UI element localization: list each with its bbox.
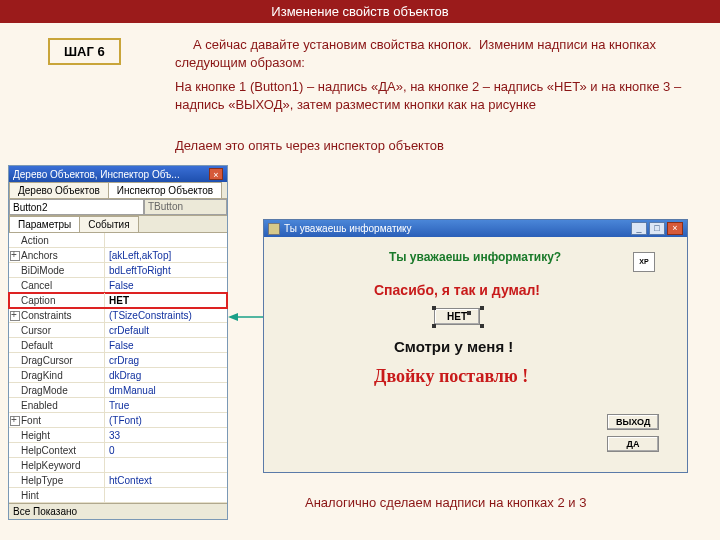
property-name: Constraints (9, 308, 105, 322)
form-title: Ты уважаешь информатику (284, 223, 412, 234)
tab-object-tree[interactable]: Дерево Объектов (9, 182, 109, 198)
close-icon[interactable]: × (209, 168, 223, 180)
label-question[interactable]: Ты уважаешь информатику? (389, 250, 561, 264)
form-preview-window: Ты уважаешь информатику _ □ × Ты уважаеш… (263, 219, 688, 473)
property-value[interactable] (105, 458, 227, 472)
maximize-icon[interactable]: □ (649, 222, 665, 235)
property-name: DragCursor (9, 353, 105, 367)
property-row[interactable]: HelpKeyword (9, 458, 227, 473)
label-thanks[interactable]: Спасибо, я так и думал! (374, 282, 540, 298)
property-row[interactable]: DefaultFalse (9, 338, 227, 353)
property-row[interactable]: Action (9, 233, 227, 248)
property-value[interactable]: crDefault (105, 323, 227, 337)
property-row[interactable]: Hint (9, 488, 227, 503)
property-name: HelpContext (9, 443, 105, 457)
property-value[interactable]: htContext (105, 473, 227, 487)
property-name: Cancel (9, 278, 105, 292)
button-exit[interactable]: ВЫХОД (607, 414, 659, 430)
minimize-icon[interactable]: _ (631, 222, 647, 235)
property-name: HelpType (9, 473, 105, 487)
property-name: Height (9, 428, 105, 442)
property-name: Enabled (9, 398, 105, 412)
button-net[interactable]: НЕТ (434, 308, 480, 325)
inspector-top-tabs: Дерево Объектов Инспектор Объектов (9, 182, 227, 199)
property-grid[interactable]: ActionAnchors[akLeft,akTop]BiDiModebdLef… (9, 233, 227, 503)
property-row[interactable]: DragModedmManual (9, 383, 227, 398)
svg-marker-1 (228, 313, 238, 321)
inspector-title: Дерево Объектов, Инспектор Объ... (13, 169, 180, 180)
property-row[interactable]: HelpContext0 (9, 443, 227, 458)
app-icon (268, 223, 280, 235)
tab-object-inspector[interactable]: Инспектор Объектов (108, 182, 222, 198)
property-value[interactable]: 0 (105, 443, 227, 457)
xp-image[interactable]: XP (633, 252, 655, 272)
property-value[interactable]: bdLeftToRight (105, 263, 227, 277)
property-row[interactable]: HelpTypehtContext (9, 473, 227, 488)
property-name: HelpKeyword (9, 458, 105, 472)
property-value[interactable]: (TFont) (105, 413, 227, 427)
property-row[interactable]: CaptionНЕТ (9, 293, 227, 308)
inspector-status: Все Показано (9, 503, 227, 519)
property-row[interactable]: Font(TFont) (9, 413, 227, 428)
property-row[interactable]: EnabledTrue (9, 398, 227, 413)
property-name: Cursor (9, 323, 105, 337)
component-name-combo[interactable] (9, 199, 144, 215)
component-selector-row: TButton (9, 199, 227, 216)
property-value[interactable]: (TSizeConstraints) (105, 308, 227, 322)
property-value[interactable]: False (105, 338, 227, 352)
inspector-titlebar[interactable]: Дерево Объектов, Инспектор Объ... × (9, 166, 227, 182)
paragraph-intro: А сейчас давайте установим свойства кноп… (175, 36, 675, 71)
property-name: Action (9, 233, 105, 247)
property-value[interactable]: 33 (105, 428, 227, 442)
property-name: Hint (9, 488, 105, 502)
property-name: DragMode (9, 383, 105, 397)
property-row[interactable]: DragKinddkDrag (9, 368, 227, 383)
property-value[interactable]: [akLeft,akTop] (105, 248, 227, 262)
paragraph-instructions: На кнопке 1 (Button1) – надпись «ДА», на… (175, 78, 685, 113)
property-row[interactable]: DragCursorcrDrag (9, 353, 227, 368)
page-title: Изменение свойств объектов (271, 4, 448, 19)
property-value[interactable]: dkDrag (105, 368, 227, 382)
button-da[interactable]: ДА (607, 436, 659, 452)
inspector-sub-tabs: Параметры События (9, 216, 227, 233)
close-window-icon[interactable]: × (667, 222, 683, 235)
label-dvoyku[interactable]: Двойку поставлю ! (374, 366, 528, 387)
property-name: Default (9, 338, 105, 352)
property-value[interactable] (105, 488, 227, 502)
property-name: Font (9, 413, 105, 427)
property-row[interactable]: CancelFalse (9, 278, 227, 293)
property-name: DragKind (9, 368, 105, 382)
tab-properties[interactable]: Параметры (9, 216, 80, 232)
property-value[interactable]: False (105, 278, 227, 292)
property-name: BiDiMode (9, 263, 105, 277)
paragraph-method: Делаем это опять через инспектор объекто… (175, 138, 675, 153)
tab-events[interactable]: События (79, 216, 138, 232)
property-name: Caption (9, 293, 105, 307)
step-badge: ШАГ 6 (48, 38, 121, 65)
property-value[interactable]: crDrag (105, 353, 227, 367)
property-row[interactable]: Constraints(TSizeConstraints) (9, 308, 227, 323)
property-row[interactable]: Height33 (9, 428, 227, 443)
label-watch[interactable]: Смотри у меня ! (394, 338, 513, 355)
property-value[interactable]: True (105, 398, 227, 412)
component-type-label: TButton (144, 199, 227, 215)
footer-note: Аналогично сделаем надписи на кнопках 2 … (305, 495, 586, 510)
page-header: Изменение свойств объектов (0, 0, 720, 23)
property-row[interactable]: BiDiModebdLeftToRight (9, 263, 227, 278)
property-value[interactable]: dmManual (105, 383, 227, 397)
form-titlebar[interactable]: Ты уважаешь информатику _ □ × (264, 220, 687, 237)
object-inspector-window: Дерево Объектов, Инспектор Объ... × Дере… (8, 165, 228, 520)
property-value[interactable] (105, 233, 227, 247)
property-row[interactable]: CursorcrDefault (9, 323, 227, 338)
property-value[interactable]: НЕТ (105, 293, 227, 307)
property-row[interactable]: Anchors[akLeft,akTop] (9, 248, 227, 263)
property-name: Anchors (9, 248, 105, 262)
